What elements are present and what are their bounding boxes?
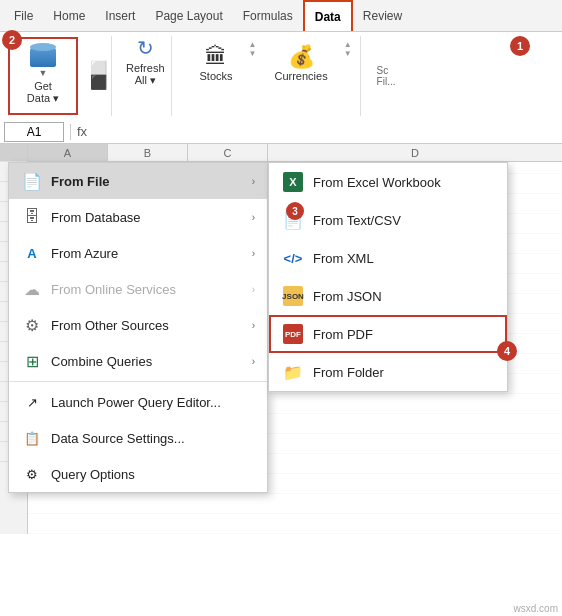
- menu-item-combine[interactable]: ⊞ Combine Queries ›: [9, 343, 267, 379]
- ribbon: 1 2 ▼ GetData ▾ ⬜ ⬛ ↻ RefreshAll ▾ 🏛 Sto: [0, 32, 562, 120]
- refresh-icon: ↻: [137, 36, 154, 60]
- menu-item-launch[interactable]: ↗ Launch Power Query Editor...: [9, 384, 267, 420]
- from-online-label: From Online Services: [51, 282, 176, 297]
- stocks-button[interactable]: 🏛 Stocks: [196, 40, 237, 112]
- watermark: wsxd.com: [514, 603, 558, 614]
- get-data-button[interactable]: ▼ GetData ▾: [18, 43, 68, 109]
- data-source-label: Data Source Settings...: [51, 431, 185, 446]
- menu-item-from-other[interactable]: ⚙ From Other Sources ›: [9, 307, 267, 343]
- launch-label: Launch Power Query Editor...: [51, 395, 221, 410]
- menu-item-from-online: ☁ From Online Services ›: [9, 271, 267, 307]
- menu-item-query-options[interactable]: ⚙ Query Options: [9, 456, 267, 492]
- badge-3: 3: [286, 202, 304, 220]
- currencies-label: Currencies: [274, 70, 327, 82]
- col-rest-header: D: [268, 144, 562, 161]
- online-services-icon: ☁: [21, 278, 43, 300]
- file-icon: 📄: [21, 170, 43, 192]
- query-options-icon: ⚙: [21, 463, 43, 485]
- pdf-icon: PDF: [281, 322, 305, 346]
- launch-icon: ↗: [21, 391, 43, 413]
- excel-icon: X: [281, 170, 305, 194]
- menu-item-from-database[interactable]: 🗄 From Database ›: [9, 199, 267, 235]
- row-header: [0, 144, 27, 162]
- submenu: X From Excel Workbook 📄 From Text/CSV </…: [268, 162, 508, 392]
- azure-icon: A: [21, 242, 43, 264]
- from-file-label: From File: [51, 174, 110, 189]
- tab-home[interactable]: Home: [43, 0, 95, 31]
- from-other-arrow: ›: [252, 320, 255, 331]
- database-icon: ▼: [30, 47, 56, 78]
- from-other-label: From Other Sources: [51, 318, 169, 333]
- from-xml-label: From XML: [313, 251, 374, 266]
- formula-bar: fx: [0, 120, 562, 144]
- submenu-from-folder[interactable]: 📁 From Folder: [269, 353, 507, 391]
- col-c-header: C: [188, 144, 268, 161]
- submenu-from-xml[interactable]: </> From XML: [269, 239, 507, 277]
- from-text-label: From Text/CSV: [313, 213, 401, 228]
- other-sources-icon: ⚙: [21, 314, 43, 336]
- sc-fil-label: Sc: [377, 65, 389, 76]
- from-azure-arrow: ›: [252, 248, 255, 259]
- json-icon: JSON: [281, 284, 305, 308]
- from-file-arrow: ›: [252, 176, 255, 187]
- menu-item-from-file[interactable]: 📄 From File ›: [9, 163, 267, 199]
- menu-separator: [9, 381, 267, 382]
- submenu-from-json[interactable]: JSON From JSON: [269, 277, 507, 315]
- from-database-arrow: ›: [252, 212, 255, 223]
- stocks-currencies-group: 🏛 Stocks ▲ ▼ 💰 Currencies ▲ ▼: [188, 36, 361, 116]
- refresh-all-button[interactable]: ↻ RefreshAll ▾: [120, 36, 172, 116]
- tab-file[interactable]: File: [4, 0, 43, 31]
- tab-insert[interactable]: Insert: [95, 0, 145, 31]
- from-excel-label: From Excel Workbook: [313, 175, 441, 190]
- spreadsheet-area: 1 2 3 4 5 6 7 8 9 10 11 12 13 14 15 A B …: [0, 144, 562, 534]
- name-box[interactable]: [4, 122, 64, 142]
- menu-item-from-azure[interactable]: A From Azure ›: [9, 235, 267, 271]
- combine-label: Combine Queries: [51, 354, 152, 369]
- folder-icon: 📁: [281, 360, 305, 384]
- currencies-icon: 💰: [288, 44, 315, 70]
- badge-2: 2: [2, 30, 22, 50]
- stocks-label: Stocks: [200, 70, 233, 82]
- currencies-button[interactable]: 💰 Currencies: [270, 40, 331, 112]
- col-b-header: B: [108, 144, 188, 161]
- stocks-icon: 🏛: [205, 44, 227, 70]
- get-data-label: GetData ▾: [27, 80, 59, 105]
- get-data-group: ▼ GetData ▾: [8, 37, 78, 115]
- menu-item-data-source[interactable]: 📋 Data Source Settings...: [9, 420, 267, 456]
- from-json-label: From JSON: [313, 289, 382, 304]
- database-menu-icon: 🗄: [21, 206, 43, 228]
- from-database-label: From Database: [51, 210, 141, 225]
- data-source-icon: 📋: [21, 427, 43, 449]
- dropdown-menu: 📄 From File › 🗄 From Database › A From A…: [8, 162, 268, 493]
- refresh-all-label: RefreshAll ▾: [126, 62, 165, 87]
- from-azure-label: From Azure: [51, 246, 118, 261]
- badge-4: 4: [497, 341, 517, 361]
- from-folder-label: From Folder: [313, 365, 384, 380]
- combine-arrow: ›: [252, 356, 255, 367]
- combine-icon: ⊞: [21, 350, 43, 372]
- tab-pagelayout[interactable]: Page Layout: [145, 0, 232, 31]
- tab-data[interactable]: Data: [303, 0, 353, 31]
- submenu-from-pdf[interactable]: PDF From PDF 4: [269, 315, 507, 353]
- from-online-arrow: ›: [252, 284, 255, 295]
- tab-bar: File Home Insert Page Layout Formulas Da…: [0, 0, 562, 32]
- tab-review[interactable]: Review: [353, 0, 412, 31]
- submenu-from-text[interactable]: 📄 From Text/CSV: [269, 201, 507, 239]
- fil-label: Fil...: [377, 76, 396, 87]
- badge-1: 1: [510, 36, 530, 56]
- xml-icon: </>: [281, 246, 305, 270]
- from-pdf-label: From PDF: [313, 327, 373, 342]
- query-options-label: Query Options: [51, 467, 135, 482]
- tab-formulas[interactable]: Formulas: [233, 0, 303, 31]
- col-a-header: A: [28, 144, 108, 161]
- submenu-from-excel[interactable]: X From Excel Workbook: [269, 163, 507, 201]
